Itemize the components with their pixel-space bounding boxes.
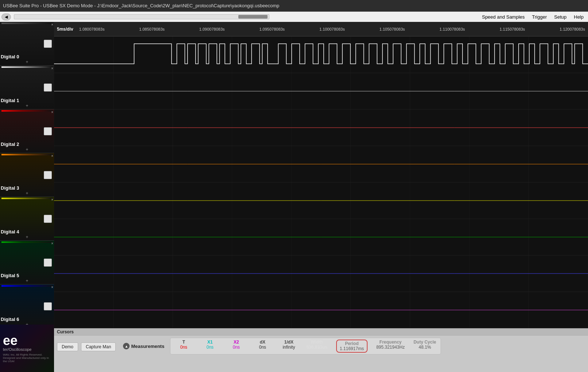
- brand-subtitle: ter/Oscilloscope: [3, 347, 51, 352]
- ch0-toggle[interactable]: [44, 40, 52, 48]
- meas-period-header: Period: [345, 341, 358, 346]
- ch0-close[interactable]: ×: [51, 23, 53, 27]
- capture-button[interactable]: Capture Man: [81, 342, 116, 351]
- channel-6-sidebar: × Digital 6 +: [0, 284, 54, 328]
- ch0-label: Digital 0: [1, 54, 19, 59]
- meas-inv-dX-header: 1/dX: [284, 340, 293, 345]
- meas-X1: X1 0ns: [201, 340, 219, 353]
- ch1-label: Digital 1: [1, 98, 19, 103]
- ch6-close[interactable]: ×: [51, 285, 53, 289]
- channel-2-sidebar: × Digital 2 +: [0, 109, 54, 153]
- meas-dX-header: dX: [260, 340, 265, 345]
- ch3-toggle[interactable]: [44, 171, 52, 179]
- time-tick: 1.080078083s: [79, 27, 105, 31]
- meas-duty-header: Duty Cycle: [414, 340, 436, 345]
- meas-width-header: Width: [311, 340, 323, 345]
- meas-X1-value: 0ns: [207, 345, 214, 350]
- content-area: 5ms/div 1.080078083s1.085078083s1.090078…: [54, 22, 588, 372]
- time-tick: 1.085078083s: [139, 27, 165, 31]
- time-scale: 5ms/div: [57, 27, 73, 32]
- time-tick: 1.095078083s: [259, 27, 285, 31]
- ch1-close[interactable]: ×: [51, 66, 53, 70]
- brand-logo: ee: [3, 334, 51, 347]
- meas-duty-cycle: Duty Cycle 48.1%: [414, 340, 436, 353]
- time-ticks: 1.080078083s1.085078083s1.090078083s1.09…: [79, 27, 585, 31]
- ch0-add[interactable]: +: [26, 59, 28, 65]
- ch4-label: Digital 4: [1, 229, 19, 235]
- ch3-add[interactable]: +: [26, 191, 28, 196]
- main-layout: × Digital 0 + × Digital 1 + × Digital 2 …: [0, 22, 588, 372]
- meas-T: T 0ns: [175, 340, 192, 353]
- meas-freq-value: 895.321943Hz: [376, 345, 405, 350]
- measurements-collapse-btn[interactable]: ▲: [123, 343, 130, 349]
- brand-area: ee ter/Oscilloscope WAV, Inc. All Rights…: [0, 325, 54, 372]
- ch1-toggle[interactable]: [44, 84, 52, 92]
- meas-inv-dX: 1/dX infinity: [280, 340, 297, 353]
- meas-frequency: Frequency 895.321943Hz: [376, 340, 405, 353]
- channel-5-sidebar: × Digital 5 +: [0, 241, 54, 284]
- meas-X2-value: 0ns: [233, 345, 240, 350]
- bottom-panel: Cursors Demo Capture Man ▲ Measurements …: [54, 328, 588, 372]
- meas-X1-header: X1: [207, 340, 213, 345]
- menu-item-1[interactable]: Trigger: [529, 13, 550, 20]
- ch2-label: Digital 2: [1, 142, 19, 147]
- time-tick: 1.110078083s: [439, 27, 465, 31]
- ch6-label: Digital 6: [1, 317, 19, 322]
- meas-X2-header: X2: [234, 340, 239, 345]
- menubar: ◀Speed and SamplesTriggerSetupHelp: [0, 12, 588, 22]
- ch3-label: Digital 3: [1, 185, 19, 191]
- ch2-add[interactable]: +: [26, 147, 28, 152]
- time-tick: 1.090078083s: [199, 27, 225, 31]
- menu-item-2[interactable]: Setup: [551, 13, 569, 20]
- measurements-section: ▲ Measurements T 0ns X1 0ns X2: [120, 338, 444, 356]
- waveform-area[interactable]: [54, 36, 588, 328]
- meas-width: Width 536.833us: [306, 340, 327, 353]
- meas-period: Period 1.116917ms: [336, 340, 368, 353]
- meas-duty-value: 48.1%: [419, 345, 431, 350]
- meas-inv-dX-value: infinity: [283, 345, 295, 350]
- ch4-add[interactable]: +: [26, 235, 28, 240]
- channel-0-sidebar: × Digital 0 +: [0, 22, 54, 66]
- brand-copyright: WAV, Inc. All Rights Reserved. Designed …: [3, 353, 51, 363]
- measurements-label: Measurements: [131, 344, 164, 349]
- menu-item-3[interactable]: Help: [571, 13, 587, 20]
- menu-item-0[interactable]: Speed and Samples: [479, 13, 527, 20]
- ch5-close[interactable]: ×: [51, 241, 53, 245]
- meas-T-header: T: [182, 340, 185, 345]
- ch4-toggle[interactable]: [44, 215, 52, 223]
- ch2-toggle[interactable]: [44, 127, 52, 135]
- ch5-toggle[interactable]: [44, 259, 52, 267]
- ch2-close[interactable]: ×: [51, 110, 53, 114]
- measurements-table: T 0ns X1 0ns X2 0ns dX 0: [170, 338, 441, 354]
- waveform-canvas[interactable]: [54, 36, 588, 328]
- ch5-add[interactable]: +: [26, 278, 28, 283]
- timeline-header: 5ms/div 1.080078083s1.085078083s1.090078…: [54, 22, 588, 36]
- cursors-label: Cursors: [54, 329, 588, 336]
- channel-1-sidebar: × Digital 1 +: [0, 66, 54, 109]
- meas-T-value: 0ns: [180, 345, 187, 350]
- ch3-close[interactable]: ×: [51, 154, 53, 158]
- time-tick: 1.120078083s: [560, 27, 585, 31]
- titlebar: USBee Suite Pro - USBee SX Demo Mode - J…: [0, 0, 588, 12]
- bottom-controls: Demo Capture Man ▲ Measurements T 0ns X1…: [54, 336, 588, 358]
- channel-3-sidebar: × Digital 3 +: [0, 153, 54, 197]
- meas-width-value: 536.833us: [306, 345, 327, 350]
- ch1-add[interactable]: +: [26, 103, 28, 108]
- sidebar: × Digital 0 + × Digital 1 + × Digital 2 …: [0, 22, 54, 372]
- meas-dX: dX 0ns: [254, 340, 271, 353]
- demo-button[interactable]: Demo: [57, 342, 78, 351]
- meas-period-value: 1.116917ms: [340, 346, 364, 351]
- ch5-label: Digital 5: [1, 273, 19, 278]
- meas-dX-value: 0ns: [259, 345, 266, 350]
- nav-back-button[interactable]: ◀: [1, 13, 11, 20]
- channel-4-sidebar: × Digital 4 +: [0, 197, 54, 241]
- title-text: USBee Suite Pro - USBee SX Demo Mode - J…: [3, 3, 279, 8]
- ch6-toggle[interactable]: [44, 302, 52, 310]
- ch4-close[interactable]: ×: [51, 198, 53, 202]
- meas-X2: X2 0ns: [227, 340, 245, 353]
- time-tick: 1.100078083s: [319, 27, 345, 31]
- time-tick: 1.115078083s: [500, 27, 525, 31]
- meas-freq-header: Frequency: [380, 340, 402, 345]
- time-tick: 1.105078083s: [380, 27, 405, 31]
